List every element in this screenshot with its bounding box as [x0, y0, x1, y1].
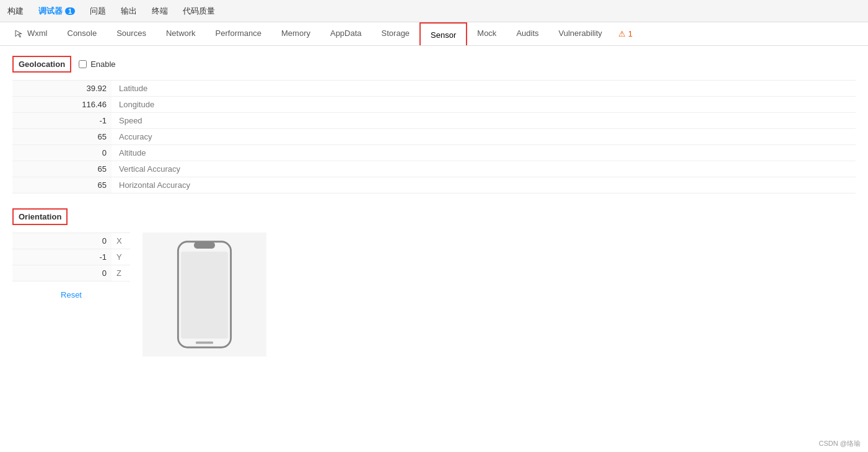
field-altitude: Altitude	[12, 144, 856, 161]
cursor-icon	[10, 29, 27, 38]
orientation-y-axis: Y	[112, 249, 130, 265]
orientation-header: Orientation	[12, 208, 856, 225]
toolbar-build[interactable]: 构建	[5, 4, 26, 18]
field-vertical-accuracy: Vertical Accuracy	[12, 161, 856, 177]
tab-wxml[interactable]: Wxml	[0, 22, 58, 45]
tab-console[interactable]: Console	[58, 22, 107, 45]
orientation-layout: X Y Z Reset	[12, 233, 856, 357]
geolocation-header: Geolocation Enable	[12, 56, 856, 73]
tab-vulnerability[interactable]: Vulnerability	[549, 22, 612, 45]
field-accuracy: Accuracy	[12, 128, 856, 144]
tab-sensor[interactable]: Sensor	[419, 22, 467, 46]
accuracy-input[interactable]	[12, 129, 112, 144]
debugger-badge: 1	[65, 7, 75, 15]
orientation-z-axis: Z	[112, 265, 130, 281]
tab-appdata[interactable]: AppData	[320, 22, 372, 45]
geolocation-title: Geolocation	[12, 56, 71, 73]
main-content: Geolocation Enable Latitude Longitude Sp…	[0, 46, 868, 381]
tab-storage[interactable]: Storage	[372, 22, 420, 45]
orientation-x-input[interactable]	[12, 233, 112, 249]
orientation-x-axis: X	[112, 233, 130, 249]
tab-sources[interactable]: Sources	[107, 22, 156, 45]
toolbar-code-quality[interactable]: 代码质量	[180, 4, 217, 18]
tab-bar: Wxml Console Sources Network Performance…	[0, 22, 868, 46]
speed-label: Speed	[112, 113, 211, 128]
warning-icon: ⚠	[618, 29, 626, 38]
orientation-section: Orientation X Y Z Reset	[12, 208, 856, 357]
altitude-label: Altitude	[112, 145, 211, 161]
altitude-input[interactable]	[12, 145, 112, 161]
field-longitude: Longitude	[12, 96, 856, 112]
phone-svg	[173, 239, 235, 350]
latitude-label: Latitude	[112, 81, 211, 96]
toolbar: 构建 调试器 1 问题 输出 终端 代码质量	[0, 0, 868, 22]
latitude-input[interactable]	[12, 81, 112, 96]
orientation-inputs: X Y Z Reset	[12, 233, 130, 302]
svg-rect-3	[196, 342, 213, 344]
longitude-input[interactable]	[12, 97, 112, 112]
geolocation-section: Geolocation Enable Latitude Longitude Sp…	[12, 56, 856, 193]
phone-illustration	[142, 233, 266, 357]
field-speed: Speed	[12, 112, 856, 128]
warning-count: 1	[628, 29, 633, 38]
accuracy-label: Accuracy	[112, 129, 211, 144]
tab-network[interactable]: Network	[156, 22, 206, 45]
field-latitude: Latitude	[12, 80, 856, 96]
toolbar-terminal[interactable]: 终端	[149, 4, 170, 18]
tab-performance[interactable]: Performance	[206, 22, 271, 45]
orientation-y-input[interactable]	[12, 249, 112, 265]
toolbar-output[interactable]: 输出	[118, 4, 139, 18]
reset-button[interactable]: Reset	[12, 288, 130, 302]
enable-checkbox-label[interactable]: Enable	[79, 60, 115, 69]
orientation-title: Orientation	[12, 208, 68, 225]
toolbar-debugger[interactable]: 调试器 1	[36, 4, 77, 18]
vertical-accuracy-input[interactable]	[12, 161, 112, 177]
geolocation-fields: Latitude Longitude Speed Accuracy Altitu…	[12, 80, 856, 193]
orientation-z-row: Z	[12, 265, 130, 281]
warning-indicator[interactable]: ⚠ 1	[612, 22, 639, 45]
orientation-x-row: X	[12, 233, 130, 249]
horizontal-accuracy-label: Horizontal Accuracy	[112, 177, 211, 193]
field-horizontal-accuracy: Horizontal Accuracy	[12, 177, 856, 193]
vertical-accuracy-label: Vertical Accuracy	[112, 161, 211, 177]
tab-memory[interactable]: Memory	[271, 22, 320, 45]
toolbar-issues[interactable]: 问题	[87, 4, 108, 18]
orientation-y-row: Y	[12, 249, 130, 265]
tab-mock[interactable]: Mock	[467, 22, 506, 45]
svg-rect-1	[181, 252, 228, 339]
enable-checkbox-input[interactable]	[79, 60, 87, 68]
longitude-label: Longitude	[112, 97, 211, 112]
orientation-z-input[interactable]	[12, 265, 112, 281]
speed-input[interactable]	[12, 113, 112, 128]
enable-label: Enable	[90, 60, 115, 69]
svg-rect-2	[194, 242, 215, 249]
tab-audits[interactable]: Audits	[506, 22, 548, 45]
horizontal-accuracy-input[interactable]	[12, 177, 112, 193]
